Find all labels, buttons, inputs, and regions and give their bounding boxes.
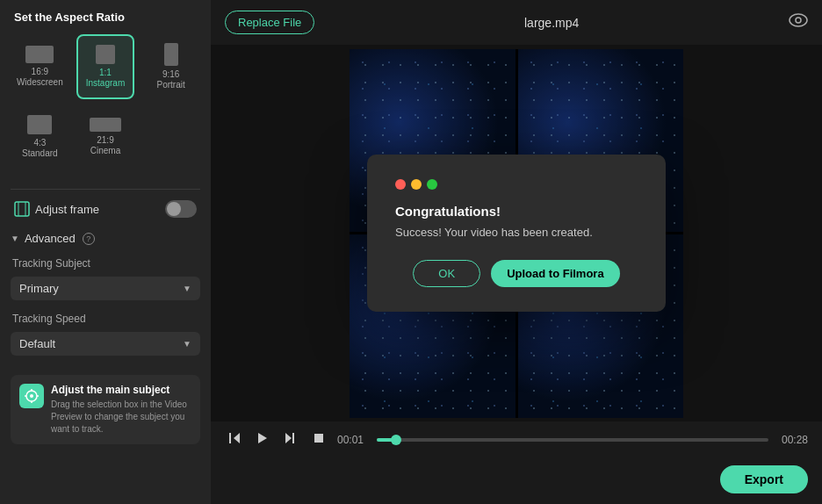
upload-to-filmora-button[interactable]: Upload to Filmora bbox=[491, 260, 620, 287]
stop-button[interactable] bbox=[309, 430, 328, 450]
aspect-label-219: 21:9 Cinema bbox=[90, 135, 120, 156]
transport-controls: 00:01 00:28 bbox=[211, 421, 822, 458]
tracking-subject-chevron-icon: ▼ bbox=[183, 284, 191, 293]
svg-point-4 bbox=[30, 394, 33, 398]
tracking-subject-value: Primary bbox=[19, 282, 59, 295]
traffic-light-green[interactable] bbox=[427, 179, 437, 190]
sidebar: Set the Aspect Ratio 16:9 Widescreen 1:1… bbox=[0, 0, 211, 504]
aspect-icon-169 bbox=[25, 46, 54, 63]
svg-point-10 bbox=[796, 18, 801, 23]
aspect-label-916: 9:16 Portrait bbox=[157, 69, 185, 90]
dialog-buttons: OK Upload to Filmora bbox=[395, 260, 638, 287]
aspect-icon-916 bbox=[164, 43, 178, 66]
export-button[interactable]: Export bbox=[720, 465, 808, 493]
play-button[interactable] bbox=[253, 430, 272, 450]
replace-file-button[interactable]: Replace File bbox=[225, 11, 314, 34]
svg-point-9 bbox=[790, 14, 807, 26]
hint-desc: Drag the selection box in the Video Prev… bbox=[51, 399, 191, 436]
file-name: large.mp4 bbox=[524, 16, 579, 30]
tracking-subject-label: Tracking Subject bbox=[11, 257, 200, 270]
time-current: 00:01 bbox=[337, 434, 368, 446]
export-bar: Export bbox=[211, 458, 822, 504]
svg-rect-16 bbox=[314, 434, 323, 443]
dialog-overlay: Congratulations! Success! Your video has… bbox=[211, 45, 822, 421]
adjust-frame-label: Adjust frame bbox=[14, 201, 99, 217]
aspect-label-43: 4:3 Standard bbox=[22, 138, 58, 159]
dialog-message: Success! Your video has been created. bbox=[395, 226, 638, 239]
tracking-speed-label: Tracking Speed bbox=[11, 313, 200, 325]
hint-title: Adjust the main subject bbox=[51, 384, 191, 396]
svg-marker-11 bbox=[234, 433, 240, 443]
traffic-light-red[interactable] bbox=[395, 179, 406, 190]
traffic-light-yellow[interactable] bbox=[411, 179, 422, 190]
svg-marker-13 bbox=[258, 433, 267, 443]
svg-rect-0 bbox=[15, 202, 29, 216]
hint-icon bbox=[19, 384, 44, 408]
ok-button[interactable]: OK bbox=[413, 260, 480, 287]
time-end: 00:28 bbox=[777, 434, 808, 446]
eye-icon[interactable] bbox=[789, 13, 808, 32]
aspect-icon-11 bbox=[96, 45, 115, 64]
svg-marker-14 bbox=[285, 433, 292, 443]
aspect-icon-43 bbox=[27, 115, 52, 134]
aspect-item-43[interactable]: 4:3 Standard bbox=[11, 106, 69, 168]
divider-1 bbox=[11, 189, 200, 190]
sidebar-title: Set the Aspect Ratio bbox=[11, 11, 200, 24]
adjust-frame-row: Adjust frame bbox=[11, 197, 200, 221]
hint-box: Adjust the main subject Drag the selecti… bbox=[11, 375, 200, 444]
video-area: Congratulations! Success! Your video has… bbox=[211, 45, 822, 421]
topbar: Replace File large.mp4 bbox=[211, 0, 822, 45]
aspect-item-219[interactable]: 21:9 Cinema bbox=[76, 106, 135, 168]
play-forward-button[interactable] bbox=[281, 430, 300, 450]
success-dialog: Congratulations! Success! Your video has… bbox=[367, 155, 666, 312]
adjust-frame-toggle[interactable] bbox=[165, 200, 197, 218]
advanced-label: Advanced bbox=[25, 232, 76, 245]
aspect-item-916[interactable]: 9:16 Portrait bbox=[141, 34, 200, 99]
hint-text: Adjust the main subject Drag the selecti… bbox=[51, 384, 191, 436]
aspect-icon-219 bbox=[90, 118, 121, 132]
aspect-ratio-grid-2: 4:3 Standard 21:9 Cinema bbox=[11, 106, 200, 168]
progress-thumb[interactable] bbox=[391, 435, 401, 445]
aspect-item-169[interactable]: 16:9 Widescreen bbox=[11, 34, 69, 99]
aspect-item-11[interactable]: 1:1 Instagram bbox=[76, 34, 135, 99]
target-icon bbox=[25, 389, 39, 403]
aspect-label-11: 1:1 Instagram bbox=[86, 68, 125, 89]
skip-back-button[interactable] bbox=[225, 430, 244, 450]
tracking-subject-dropdown[interactable]: Primary ▼ bbox=[11, 277, 200, 300]
svg-rect-12 bbox=[229, 433, 231, 443]
advanced-chevron-icon: ▼ bbox=[11, 234, 19, 243]
tracking-speed-dropdown[interactable]: Default ▼ bbox=[11, 332, 200, 356]
help-icon[interactable]: ? bbox=[83, 233, 95, 245]
svg-rect-15 bbox=[292, 433, 294, 443]
tracking-speed-value: Default bbox=[19, 337, 55, 350]
progress-bar[interactable] bbox=[377, 438, 768, 442]
dialog-title: Congratulations! bbox=[395, 204, 638, 219]
aspect-label-169: 16:9 Widescreen bbox=[17, 67, 63, 88]
advanced-row[interactable]: ▼ Advanced ? bbox=[11, 232, 200, 245]
traffic-lights bbox=[395, 179, 638, 190]
tracking-speed-chevron-icon: ▼ bbox=[183, 339, 191, 349]
aspect-ratio-grid: 16:9 Widescreen 1:1 Instagram 9:16 Portr… bbox=[11, 34, 200, 99]
main-area: Replace File large.mp4 Congra bbox=[211, 0, 822, 504]
adjust-frame-icon bbox=[14, 201, 30, 217]
